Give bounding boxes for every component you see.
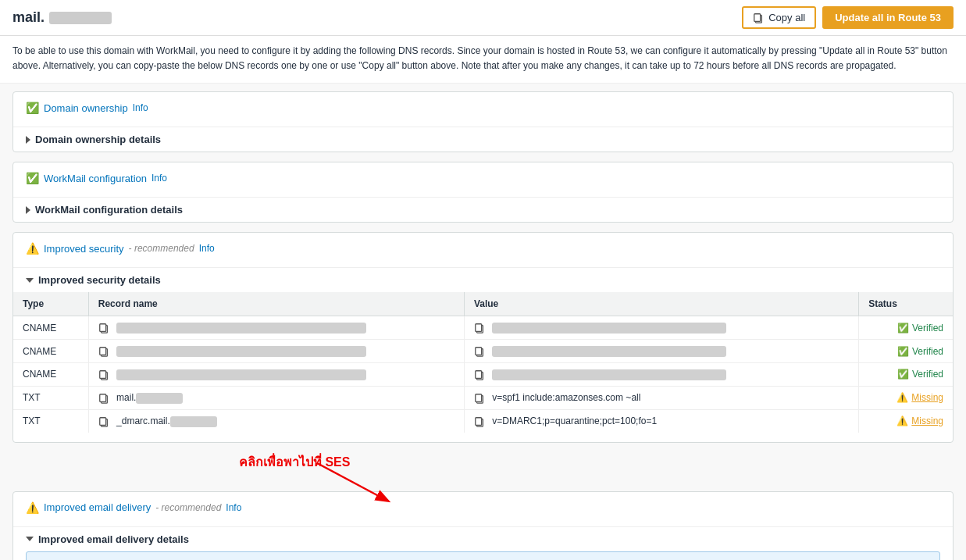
svg-rect-17 bbox=[476, 394, 482, 401]
cell-name bbox=[88, 363, 464, 387]
workmail-config-header: ✅ WorkMail configuration Info bbox=[13, 162, 953, 198]
main-content: ✅ Domain ownership Info Domain ownership… bbox=[0, 84, 966, 560]
update-all-route53-button[interactable]: Update all in Route 53 bbox=[822, 6, 954, 29]
svg-rect-1 bbox=[754, 13, 761, 21]
missing-link-4[interactable]: Missing bbox=[911, 392, 943, 403]
txt-name-4: mail. bbox=[116, 392, 183, 403]
th-record-name: Record name bbox=[88, 292, 464, 316]
svg-rect-21 bbox=[476, 417, 482, 425]
copy-all-button[interactable]: Copy all bbox=[742, 6, 816, 29]
blurred-value-3 bbox=[492, 369, 726, 380]
svg-rect-13 bbox=[476, 371, 482, 379]
cell-value: v=spf1 include:amazonses.com ~all bbox=[464, 386, 858, 409]
workmail-status-icon: ✅ bbox=[26, 172, 39, 184]
txt-value-5: v=DMARC1;p=quarantine;pct=100;fo=1 bbox=[492, 416, 657, 426]
txt-name-5: _dmarc.mail. bbox=[116, 416, 217, 426]
status-verified-2: ✅ Verified bbox=[868, 346, 943, 357]
cell-name bbox=[88, 340, 464, 363]
blurred-name-1 bbox=[116, 323, 366, 334]
cell-value bbox=[464, 340, 858, 363]
improved-email-delivery-header: ⚠️ Improved email delivery - recommended… bbox=[13, 492, 953, 527]
cell-type: CNAME bbox=[13, 340, 88, 363]
blurred-domain-4 bbox=[136, 393, 183, 404]
blurred-value-1 bbox=[492, 323, 726, 334]
chevron-down-icon bbox=[26, 278, 34, 283]
improved-security-status-icon: ⚠️ bbox=[26, 242, 39, 255]
improved-delivery-status-icon: ⚠️ bbox=[26, 501, 39, 514]
table-row: CNAME bbox=[13, 363, 953, 387]
chevron-down-icon-2 bbox=[26, 537, 34, 541]
workmail-config-info-link[interactable]: Info bbox=[151, 173, 167, 184]
improved-security-title: Improved security bbox=[44, 243, 124, 255]
improved-security-header: ⚠️ Improved security - recommended Info bbox=[13, 233, 953, 268]
copy-icon bbox=[753, 12, 764, 23]
cell-type: TXT bbox=[13, 386, 88, 409]
svg-rect-7 bbox=[100, 348, 106, 355]
domain-ownership-status-icon: ✅ bbox=[26, 102, 39, 114]
copy-name-icon-4[interactable] bbox=[98, 393, 109, 404]
missing-icon-4: ⚠️ bbox=[896, 392, 908, 403]
chevron-right-icon bbox=[26, 136, 30, 144]
chevron-right-icon-2 bbox=[26, 206, 30, 214]
svg-rect-3 bbox=[100, 324, 106, 332]
cell-status: ⚠️ Missing bbox=[859, 409, 953, 432]
logo-text: mail. bbox=[12, 9, 45, 26]
domain-ownership-info-link[interactable]: Info bbox=[133, 102, 148, 113]
copy-value-icon-3[interactable] bbox=[474, 369, 485, 380]
txt-value-4: v=spf1 include:amazonses.com ~all bbox=[492, 392, 640, 403]
svg-rect-11 bbox=[100, 371, 106, 379]
cell-type: TXT bbox=[13, 409, 88, 432]
improved-security-section: ⚠️ Improved security - recommended Info … bbox=[12, 232, 954, 442]
improved-delivery-recommended: - recommended bbox=[155, 502, 221, 513]
cell-name bbox=[88, 316, 464, 340]
cell-name: _dmarc.mail. bbox=[88, 409, 464, 432]
status-verified-3: ✅ Verified bbox=[868, 369, 943, 380]
th-status: Status bbox=[859, 292, 953, 316]
workmail-config-title: WorkMail configuration bbox=[44, 173, 147, 184]
workmail-config-section: ✅ WorkMail configuration Info WorkMail c… bbox=[12, 162, 954, 223]
copy-name-icon-5[interactable] bbox=[98, 416, 109, 427]
improved-delivery-info-link[interactable]: Info bbox=[226, 502, 241, 513]
copy-name-icon-1[interactable] bbox=[98, 323, 109, 334]
top-bar-actions: Copy all Update all in Route 53 bbox=[742, 6, 954, 29]
cell-type: CNAME bbox=[13, 363, 88, 387]
domain-ownership-title: Domain ownership bbox=[44, 102, 128, 114]
improved-security-details-toggle[interactable]: Improved security details bbox=[13, 268, 953, 292]
copy-name-icon-3[interactable] bbox=[98, 369, 109, 380]
blurred-domain-5 bbox=[170, 416, 217, 427]
cell-name: mail. bbox=[88, 386, 464, 409]
workmail-config-details-toggle[interactable]: WorkMail configuration details bbox=[13, 198, 953, 222]
copy-value-icon-2[interactable] bbox=[474, 346, 485, 357]
copy-value-icon-4[interactable] bbox=[474, 393, 485, 404]
cell-value bbox=[464, 316, 858, 340]
improved-email-delivery-section: ⚠️ Improved email delivery - recommended… bbox=[12, 491, 954, 560]
blurred-name-2 bbox=[116, 346, 366, 357]
cell-type: CNAME bbox=[13, 316, 88, 340]
th-type: Type bbox=[13, 292, 88, 316]
improved-delivery-details-toggle[interactable]: Improved email delivery details bbox=[13, 527, 953, 551]
info-banner: To be able to use this domain with WorkM… bbox=[0, 36, 966, 84]
verified-icon-2: ✅ bbox=[897, 346, 909, 357]
table-row: CNAME bbox=[13, 340, 953, 363]
table-row: TXT mail. v=spf1 include:amazonses.com bbox=[13, 386, 953, 409]
improved-security-table-container: Type Record name Value Status CNAME bbox=[13, 292, 953, 441]
svg-rect-5 bbox=[476, 324, 482, 332]
cell-status: ✅ Verified bbox=[859, 316, 953, 340]
improved-delivery-title: Improved email delivery bbox=[44, 501, 151, 513]
status-missing-5: ⚠️ Missing bbox=[868, 416, 943, 426]
verified-icon-1: ✅ bbox=[897, 323, 909, 334]
copy-value-icon-5[interactable] bbox=[474, 416, 485, 427]
domain-ownership-header: ✅ Domain ownership Info bbox=[13, 92, 953, 127]
status-missing-4: ⚠️ Missing bbox=[868, 392, 943, 403]
improved-security-info-link[interactable]: Info bbox=[199, 243, 215, 254]
missing-mail-from-alert: ℹ️ Missing MAIL FROM domain It is recomm… bbox=[26, 551, 940, 560]
missing-link-5[interactable]: Missing bbox=[911, 416, 943, 426]
copy-name-icon-2[interactable] bbox=[98, 346, 109, 357]
copy-value-icon-1[interactable] bbox=[474, 323, 485, 334]
blurred-name-3 bbox=[116, 369, 366, 380]
domain-ownership-details-toggle[interactable]: Domain ownership details bbox=[13, 127, 953, 152]
improved-security-recommended: - recommended bbox=[129, 243, 194, 254]
table-row: TXT _dmarc.mail. v=DMARC1;p=quarantine; bbox=[13, 409, 953, 432]
status-verified-1: ✅ Verified bbox=[868, 323, 943, 334]
svg-rect-15 bbox=[100, 394, 106, 401]
